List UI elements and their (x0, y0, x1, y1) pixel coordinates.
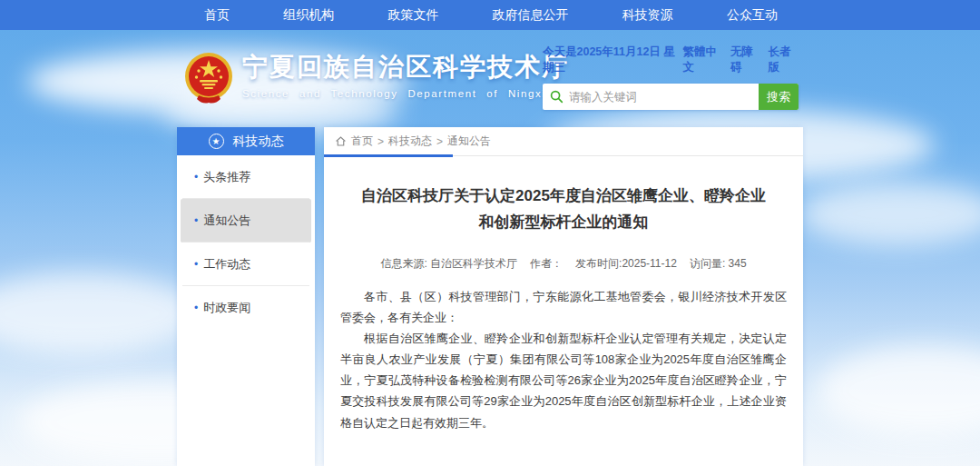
site-subtitle-english: Science and Technology Department of Nin… (242, 88, 569, 99)
search-button[interactable]: 搜索 (759, 84, 799, 110)
meta-visit-count: 访问量: 345 (690, 257, 747, 270)
nav-item-sci-tech-resources[interactable]: 科技资源 (622, 7, 673, 24)
search-input[interactable] (564, 91, 759, 104)
breadcrumb-separator: > (436, 135, 443, 148)
attachments-section: 附件： 1.2025年度自治区雏鹰企业认定名单 2.2025年度自治区瞪羚企业认… (373, 462, 787, 466)
content-area: ★ 科技动态 •头条推荐 •通知公告 •工作动态 •时政要闻 首页 > 科技动态… (177, 127, 803, 466)
article-paragraph: 各市、县（区）科技管理部门，宁东能源化工基地管委会，银川经济技术开发区管委会，各… (340, 286, 787, 328)
breadcrumb-separator: > (377, 135, 384, 148)
attachments-label: 附件： (373, 462, 408, 466)
sidebar-item-work-trends[interactable]: •工作动态 (177, 243, 315, 286)
article-title: 自治区科技厅关于认定2025年度自治区雏鹰企业、瞪羚企业 和创新型标杆企业的通知 (340, 183, 787, 236)
link-accessibility[interactable]: 无障碍 (730, 45, 760, 75)
search-icon (550, 90, 564, 104)
cloud-decoration (0, 273, 200, 354)
sidebar-item-label: 时政要闻 (203, 301, 250, 314)
national-emblem-icon (184, 52, 233, 106)
meta-info-source: 信息来源: 自治区科学技术厅 (380, 257, 517, 270)
bullet-icon: • (194, 258, 198, 271)
article-meta: 信息来源: 自治区科学技术厅作者：发布时间:2025-11-12访问量: 345 (340, 256, 787, 272)
current-date-text: 今天是2025年11月12日 星期三 (543, 45, 683, 75)
home-icon (335, 135, 347, 147)
breadcrumb-home[interactable]: 首页 (351, 134, 373, 149)
breadcrumb: 首页 > 科技动态 > 通知公告 (324, 127, 803, 156)
nav-item-policy-documents[interactable]: 政策文件 (387, 7, 438, 24)
top-navigation-bar: 首页 组织机构 政策文件 政府信息公开 科技资源 公众互动 (0, 0, 980, 30)
bullet-icon: • (194, 302, 198, 314)
breadcrumb-sci-tech-news[interactable]: 科技动态 (388, 134, 432, 149)
article-body: 各市、县（区）科技管理部门，宁东能源化工基地管委会，银川经济技术开发区管委会，各… (340, 286, 787, 433)
cloud-decoration (799, 182, 980, 245)
article-title-line1: 自治区科技厅关于认定2025年度自治区雏鹰企业、瞪羚企业 (340, 183, 787, 210)
site-header: 宁夏回族自治区科学技术厅 Science and Technology Depa… (177, 30, 803, 127)
nav-item-organization[interactable]: 组织机构 (283, 7, 334, 24)
sidebar-item-label: 工作动态 (203, 257, 250, 271)
meta-author: 作者： (530, 257, 563, 270)
site-brand[interactable]: 宁夏回族自治区科学技术厅 Science and Technology Depa… (184, 52, 569, 106)
circled-star-icon: ★ (209, 134, 224, 149)
bullet-icon: • (194, 171, 198, 183)
search-bar: 搜索 (543, 84, 799, 110)
nav-item-home[interactable]: 首页 (204, 7, 230, 24)
sidebar-item-label: 通知公告 (203, 213, 250, 227)
site-title: 宁夏回族自治区科学技术厅 (242, 54, 569, 82)
bullet-icon: • (194, 214, 198, 227)
article-panel: 首页 > 科技动态 > 通知公告 自治区科技厅关于认定2025年度自治区雏鹰企业… (324, 127, 803, 466)
link-elder-version[interactable]: 长者版 (769, 45, 799, 75)
sidebar-item-headline-recommend[interactable]: •头条推荐 (177, 155, 315, 199)
sidebar-header: ★ 科技动态 (177, 127, 315, 155)
breadcrumb-notices[interactable]: 通知公告 (447, 134, 491, 149)
sidebar-item-political-news[interactable]: •时政要闻 (177, 286, 315, 330)
breadcrumb-active-underline (324, 154, 453, 157)
article: 自治区科技厅关于认定2025年度自治区雏鹰企业、瞪羚企业 和创新型标杆企业的通知… (324, 183, 803, 466)
nav-item-gov-info-disclosure[interactable]: 政府信息公开 (493, 7, 569, 24)
article-title-line2: 和创新型标杆企业的通知 (340, 210, 787, 236)
attachment-link-eagle-list[interactable]: 1.2025年度自治区雏鹰企业认定名单 (408, 462, 633, 466)
nav-item-public-interaction[interactable]: 公众互动 (727, 7, 778, 24)
link-traditional-chinese[interactable]: 繁體中文 (683, 45, 724, 75)
meta-publish-time: 发布时间:2025-11-12 (575, 257, 677, 270)
article-paragraph: 根据自治区雏鹰企业、瞪羚企业和创新型标杆企业认定管理有关规定，决定认定半亩良人农… (340, 328, 787, 433)
sidebar-title: 科技动态 (233, 134, 284, 150)
cloud-decoration (817, 345, 980, 436)
sidebar-item-notices[interactable]: •通知公告 (181, 199, 311, 243)
sidebar-sci-tech-news: ★ 科技动态 •头条推荐 •通知公告 •工作动态 •时政要闻 (177, 127, 315, 466)
sidebar-item-label: 头条推荐 (203, 170, 250, 183)
